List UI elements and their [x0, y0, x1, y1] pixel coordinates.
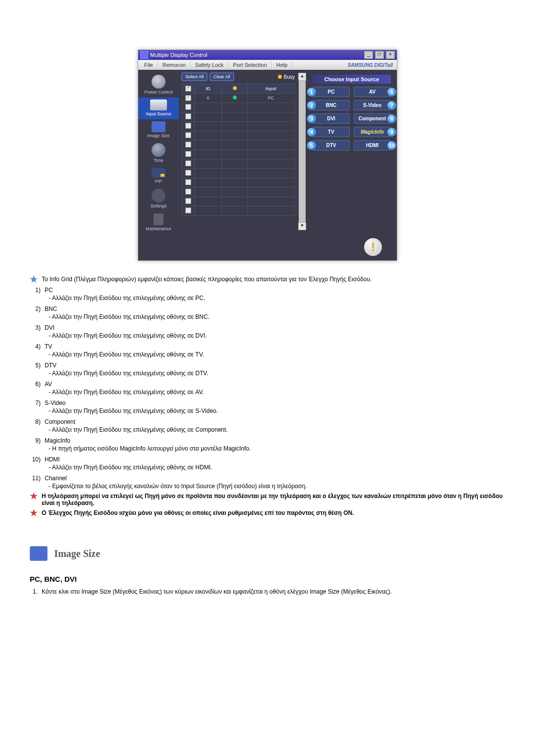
table-row[interactable] — [182, 150, 295, 159]
window-title: Multiple Display Control — [150, 52, 362, 58]
checkbox-icon[interactable] — [185, 95, 191, 101]
source-pc-button[interactable]: 1 PC — [313, 87, 350, 97]
source-magicinfo-button[interactable]: MagicInfo 9 — [354, 127, 391, 137]
desc-item: 5)DTV — [30, 362, 505, 369]
busy-label: Busy — [284, 74, 295, 80]
source-hdmi-button[interactable]: HDMI 10 — [354, 140, 391, 151]
checkbox-icon[interactable] — [185, 198, 191, 204]
callout-7: 7 — [387, 101, 396, 110]
sidebar-item-settings[interactable]: Settings — [138, 187, 179, 211]
select-all-button[interactable]: Select All — [182, 73, 207, 81]
item-name: Channel — [45, 475, 67, 482]
checkbox-icon[interactable] — [185, 189, 191, 195]
info-grid-area: Select All Clear All Busy ID — [182, 73, 295, 230]
maximize-button[interactable]: □ — [375, 51, 384, 59]
desc-item: 1)PC — [30, 287, 505, 294]
source-label: Component — [359, 116, 386, 121]
item-number: 3) — [30, 324, 41, 331]
scroll-up-icon[interactable]: ▲ — [298, 73, 306, 81]
sidebar-item-maintenance[interactable]: Maintenance — [138, 211, 179, 234]
table-row[interactable] — [182, 103, 295, 112]
source-label: DTV — [326, 143, 336, 148]
table-row[interactable] — [182, 112, 295, 122]
callout-5: 5 — [307, 141, 316, 150]
checkbox-icon[interactable] — [185, 104, 191, 110]
close-button[interactable]: × — [386, 51, 395, 59]
star-icon: ★ — [30, 509, 38, 516]
grid-scrollbar[interactable]: ▲ ▼ — [299, 73, 306, 230]
checkbox-icon[interactable] — [185, 179, 191, 185]
clear-all-button[interactable]: Clear All — [210, 73, 234, 81]
checkbox-icon[interactable] — [185, 151, 191, 157]
sidebar-item-image-size[interactable]: Image Size — [138, 119, 179, 141]
item-number: 7) — [30, 400, 41, 406]
table-row[interactable] — [182, 141, 295, 150]
image-size-section-icon — [30, 546, 48, 561]
col-checkbox[interactable] — [182, 84, 195, 94]
callout-1: 1 — [307, 88, 316, 97]
source-label: BNC — [326, 102, 337, 108]
step-number: 1. — [30, 588, 38, 595]
source-component-button[interactable]: Component 8 — [354, 113, 391, 124]
table-row[interactable] — [182, 178, 295, 188]
desc-item: 9)MagicInfo — [30, 437, 505, 444]
footer-panel: ! — [138, 233, 397, 260]
choose-input-title: Choose Input Source — [313, 75, 391, 84]
checkbox-icon[interactable] — [185, 170, 191, 176]
callout-8: 8 — [387, 114, 396, 123]
col-status[interactable] — [222, 84, 248, 94]
table-row[interactable]: 0 PC — [182, 94, 295, 103]
source-bnc-button[interactable]: 2 BNC — [313, 100, 350, 110]
checkbox-icon[interactable] — [185, 132, 191, 138]
checkbox-icon[interactable] — [185, 142, 191, 148]
source-tv-button[interactable]: 4 TV — [313, 127, 350, 137]
sidebar-item-pip[interactable]: PIP — [138, 166, 179, 187]
menu-file[interactable]: File — [140, 61, 158, 69]
sidebar-item-power-control[interactable]: Power Control — [138, 73, 179, 98]
sidebar-item-time[interactable]: Time — [138, 141, 179, 166]
source-dtv-button[interactable]: 5 DTV — [313, 140, 350, 151]
source-av-button[interactable]: AV 6 — [354, 87, 391, 97]
table-row[interactable] — [182, 159, 295, 169]
table-row[interactable] — [182, 188, 295, 197]
settings-icon — [152, 189, 165, 202]
table-row[interactable] — [182, 122, 295, 131]
table-row[interactable] — [182, 169, 295, 178]
minimize-button[interactable]: _ — [364, 51, 373, 59]
item-desc: - Αλλάζει την Πηγή Εισόδου της επιλεγμέν… — [49, 464, 505, 471]
menu-port-selection[interactable]: Port Selection — [229, 61, 271, 69]
image-size-icon — [152, 121, 165, 132]
sidebar-label: Time — [154, 158, 163, 163]
table-row[interactable] — [182, 206, 295, 216]
source-dvi-button[interactable]: 3 DVI — [313, 113, 350, 124]
item-name: Component — [45, 418, 75, 425]
table-row[interactable] — [182, 197, 295, 206]
source-label: MagicInfo — [361, 129, 384, 135]
sidebar-item-input-source[interactable]: Input Source — [138, 98, 179, 119]
menu-safety-lock[interactable]: Safety Lock — [191, 61, 228, 69]
checkbox-icon[interactable] — [185, 160, 191, 166]
col-id[interactable]: ID — [195, 84, 222, 94]
checkbox-icon[interactable] — [185, 113, 191, 119]
section-title: Image Size — [54, 548, 100, 559]
scroll-down-icon[interactable]: ▼ — [298, 222, 306, 230]
source-svideo-button[interactable]: S-Video 7 — [354, 100, 391, 110]
item-name: TV — [45, 343, 52, 350]
checkbox-icon[interactable] — [185, 207, 191, 213]
item-name: MagicInfo — [45, 437, 70, 444]
item-desc: - Αλλάζει την Πηγή Εισόδου της επιλεγμέν… — [49, 370, 505, 377]
sidebar-label: PIP — [155, 179, 162, 184]
brand-label: SAMSUNG DIGITall — [293, 62, 395, 68]
menu-help[interactable]: Help — [272, 61, 292, 69]
item-desc: - Αλλάζει την Πηγή Εισόδου της επιλεγμέν… — [49, 407, 505, 414]
item-desc: - Αλλάζει την Πηγή Εισόδου της επιλεγμέν… — [49, 351, 505, 358]
callout-4: 4 — [307, 128, 316, 137]
checkbox-icon[interactable] — [185, 123, 191, 129]
table-row[interactable] — [182, 131, 295, 141]
note-text: Ο Έλεγχος Πηγής Εισόδου ισχύει μόνο για … — [42, 509, 354, 516]
col-input[interactable]: Input — [248, 84, 295, 94]
star-icon: ★ — [30, 276, 38, 283]
sidebar-label: Input Source — [146, 111, 171, 116]
menu-remocon[interactable]: Remocon — [159, 61, 190, 69]
note-text: Η τηλεόραση μπορεί να επιλεγεί ως Πηγή μ… — [42, 493, 505, 506]
